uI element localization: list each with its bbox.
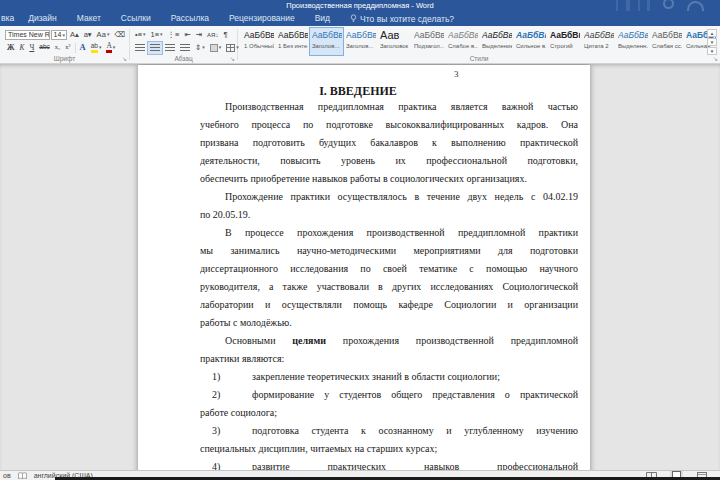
style-card[interactable]: АаБбВвГ1 Без инте... [276, 28, 309, 55]
strikethrough-button[interactable]: abc [37, 42, 51, 54]
style-preview: АаБбВвГ [550, 29, 580, 42]
ribbon-tab-Вид[interactable]: Вид [305, 11, 340, 26]
style-card[interactable]: АаБбВвГСильное в... [514, 28, 547, 55]
font-dialog-launcher[interactable]: ↘ [122, 56, 127, 62]
text-effects-button[interactable]: А [78, 42, 88, 54]
style-preview: АаБбВвГ [652, 29, 682, 42]
style-card[interactable]: АаБбВвГВыделение [480, 28, 513, 55]
document-line: Основными целями прохождения производств… [200, 332, 578, 350]
ribbon-tab-вка[interactable]: вка [0, 11, 18, 26]
align-right-button[interactable] [163, 42, 177, 54]
multilevel-list-button[interactable]: ⋮≡ [166, 29, 182, 41]
style-label: Слабая сс... [652, 42, 682, 50]
align-left-icon [135, 44, 145, 52]
list-number: 2) [212, 386, 252, 404]
style-card[interactable]: АаБбВвЗаголов... [310, 28, 343, 55]
shading-button[interactable]: ▾ [208, 42, 224, 54]
justify-button[interactable] [178, 42, 192, 54]
ribbon-tab-Рецензирование[interactable]: Рецензирование [219, 11, 305, 26]
gallery-scroll-down-button[interactable]: ▼ [707, 38, 717, 46]
numbering-icon: 1≡ [151, 31, 160, 39]
style-label: Цитата 2 [584, 42, 614, 50]
page-number: 3 [454, 69, 459, 79]
text: формирование у студентов общего представ… [252, 389, 578, 400]
grow-font-button[interactable]: А▴ [68, 29, 81, 41]
text: практики являются: [200, 353, 284, 364]
word-count-fragment[interactable]: ов [3, 472, 11, 479]
change-case-button[interactable]: Аа ▾ [95, 29, 112, 41]
document-line: лаборатории и осуществляли помощь кафедр… [200, 296, 578, 314]
document-line: диссертационного исследования по своей т… [200, 260, 578, 278]
document-line: работы с молодёжью. [200, 314, 578, 332]
document-line: деятельности, повысить уровень их профес… [200, 152, 578, 170]
style-preview: АаБбВв [346, 29, 376, 42]
styles-dialog-launcher[interactable]: ↘ [713, 56, 718, 62]
highlight-icon: ab [91, 42, 98, 52]
style-label: Выделение [482, 42, 512, 50]
decrease-indent-button[interactable]: ⇤ [183, 29, 193, 41]
justify-icon [180, 44, 190, 52]
gallery-more-button[interactable]: ▼ [707, 47, 717, 55]
chevron-down-icon: ▾ [107, 32, 110, 37]
style-card[interactable]: АавЗаголовок [378, 28, 411, 55]
word-window: Производственная преддипломная - Word вк… [0, 0, 720, 480]
highlight-color-button[interactable]: ab ▾ [89, 42, 104, 54]
document-area[interactable]: 3 I. ВВЕДЕНИЕ Производственная преддипло… [0, 63, 720, 470]
font-size-combo[interactable]: 14 ▾ [51, 30, 67, 40]
gallery-scroll-up-button[interactable]: ▲ [707, 29, 717, 37]
paragraph-dialog-launcher[interactable]: ↘ [230, 56, 235, 62]
text: Основными [225, 335, 292, 346]
style-label: Заголов... [312, 42, 342, 50]
italic-button[interactable]: К [17, 42, 26, 54]
document-page[interactable]: 3 I. ВВЕДЕНИЕ Производственная преддипло… [138, 65, 590, 470]
shrink-font-button[interactable]: а▾ [82, 29, 94, 41]
document-line: 2)формирование у студентов общего предст… [200, 386, 578, 404]
style-card[interactable]: АаБбВвГ1 Обычный [242, 28, 275, 55]
style-card[interactable]: АаБбВвГСтрогий [548, 28, 581, 55]
sort-button[interactable]: АЯ↓ [205, 29, 220, 41]
font-name-combo[interactable]: Times New R ▾ [5, 30, 50, 40]
ribbon-tab-Рассылка[interactable]: Рассылка [161, 11, 219, 26]
paragraph-group: •≡ ▾ 1≡ ▾ ⋮≡ ⇤ ⇥ АЯ↓ ¶ [130, 26, 237, 63]
proofing-book-icon[interactable] [17, 472, 28, 480]
line-spacing-button[interactable]: ⇕ ▾ [193, 42, 207, 54]
multilevel-list-icon: ⋮≡ [168, 31, 180, 39]
align-left-button[interactable] [133, 42, 147, 54]
style-card[interactable]: АаБбВвГСлабая сс... [650, 28, 683, 55]
style-card[interactable]: АаБбВвГПодзагол... [412, 28, 445, 55]
style-preview: АаБбВвГ [448, 29, 478, 42]
underline-button[interactable]: Ч [27, 42, 36, 54]
bold-button[interactable]: Ж [5, 42, 16, 54]
lightbulb-icon [350, 14, 357, 23]
numbering-button[interactable]: 1≡ ▾ [149, 29, 165, 41]
subscript-button[interactable]: x₂ [53, 42, 63, 54]
font-size-value: 14 [54, 31, 62, 38]
text: работе социолога; [200, 407, 277, 418]
chevron-down-icon: ▾ [99, 45, 102, 50]
align-center-button[interactable] [148, 42, 162, 54]
change-case-icon: Аа [97, 31, 106, 39]
bullets-button[interactable]: •≡ ▾ [133, 29, 148, 41]
chevron-down-icon: ▾ [113, 45, 116, 50]
show-paragraph-marks-button[interactable]: ¶ [221, 29, 229, 41]
style-label: 1 Обычный [244, 42, 274, 50]
superscript-button[interactable]: x² [63, 42, 72, 54]
style-card[interactable]: АаБбВвГЦитата 2 [582, 28, 615, 55]
font-color-icon: А [106, 42, 111, 53]
style-label: Заголов... [346, 42, 376, 50]
font-color-button[interactable]: А ▾ [104, 42, 117, 54]
tell-me-box[interactable]: Что вы хотите сделать? [350, 14, 454, 24]
style-card[interactable]: АаБбВвГСлабое в... [446, 28, 479, 55]
style-card[interactable]: АаБбВвЗаголов... [344, 28, 377, 55]
paragraph-group-row1: •≡ ▾ 1≡ ▾ ⋮≡ ⇤ ⇥ АЯ↓ ¶ [133, 28, 235, 41]
titlebar-decoration [616, 0, 618, 11]
borders-icon [226, 44, 235, 52]
ribbon-tab-Ссылки[interactable]: Ссылки [111, 11, 161, 26]
style-card[interactable]: АаБбВвГВыделенн... [616, 28, 649, 55]
increase-indent-button[interactable]: ⇥ [194, 29, 204, 41]
clear-formatting-button[interactable]: ⌫ [112, 29, 127, 41]
text: деятельности, повысить уровень их профес… [200, 155, 578, 166]
ribbon-tab-Дизайн[interactable]: Дизайн [18, 11, 67, 26]
text: Производственная преддипломная практика … [225, 101, 578, 112]
ribbon-tab-Макет[interactable]: Макет [67, 11, 111, 26]
